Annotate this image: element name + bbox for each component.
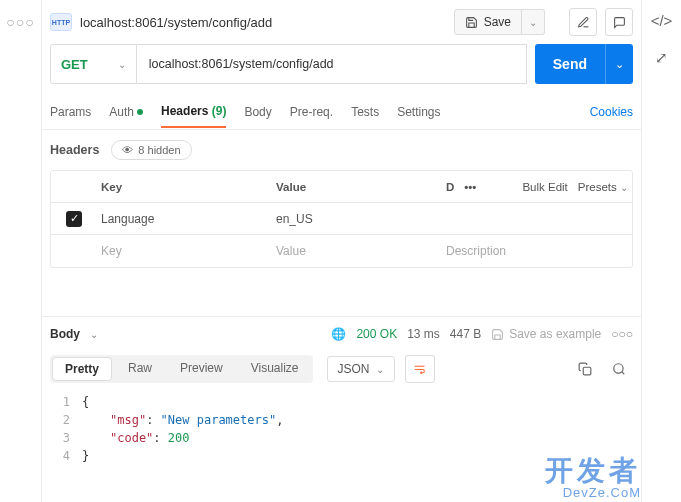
tab-body[interactable]: Body (244, 97, 271, 127)
status-code: 200 OK (356, 327, 397, 341)
svg-point-2 (614, 364, 623, 373)
save-button[interactable]: Save (454, 9, 522, 35)
code-icon[interactable]: </> (651, 12, 673, 29)
row-checkbox[interactable]: ✓ (66, 211, 82, 227)
wrap-icon (412, 363, 427, 376)
format-select[interactable]: JSON ⌄ (327, 356, 395, 382)
response-time: 13 ms (407, 327, 440, 341)
pencil-icon (577, 16, 590, 29)
floppy-icon (491, 328, 504, 341)
more-icon[interactable]: ○○○ (611, 327, 633, 341)
presets-dropdown[interactable]: Presets ⌄ (578, 181, 628, 193)
edit-button[interactable] (569, 8, 597, 36)
chevron-down-icon: ⌄ (376, 364, 384, 375)
save-dropdown[interactable]: ⌄ (522, 9, 545, 35)
response-view-tabs: Pretty Raw Preview Visualize JSON ⌄ (42, 351, 641, 391)
view-preview[interactable]: Preview (166, 355, 237, 383)
method-select[interactable]: GET ⌄ (50, 44, 137, 84)
topbar: HTTP localhost:8061/system/config/add Sa… (42, 0, 641, 44)
tab-settings[interactable]: Settings (397, 97, 440, 127)
hidden-toggle[interactable]: 👁 8 hidden (111, 140, 191, 160)
hidden-count: 8 hidden (138, 144, 180, 156)
view-pretty[interactable]: Pretty (52, 357, 112, 381)
header-value-cell[interactable]: en_US (272, 212, 442, 226)
left-rail: ○○○ (0, 0, 42, 502)
copy-icon (578, 362, 592, 376)
table-row: ✓ Language en_US (51, 203, 632, 235)
search-button[interactable] (605, 355, 633, 383)
send-button[interactable]: Send (535, 44, 605, 84)
request-title: localhost:8061/system/config/add (80, 15, 446, 30)
headers-section-title-row: Headers 👁 8 hidden (42, 130, 641, 170)
col-desc: D (446, 181, 454, 193)
tab-tests[interactable]: Tests (351, 97, 379, 127)
tab-prereq[interactable]: Pre-req. (290, 97, 333, 127)
expand-icon[interactable]: ⤢ (655, 49, 668, 67)
send-dropdown[interactable]: ⌄ (605, 44, 633, 84)
comment-icon (613, 16, 626, 29)
http-icon: HTTP (50, 13, 72, 31)
right-rail: </> ⤢ (641, 0, 681, 502)
wrap-lines-button[interactable] (405, 355, 435, 383)
tab-headers[interactable]: Headers (9) (161, 96, 226, 128)
view-raw[interactable]: Raw (114, 355, 166, 383)
col-value: Value (272, 181, 442, 193)
chevron-down-icon[interactable]: ⌄ (90, 329, 98, 340)
new-key-input[interactable]: Key (97, 244, 272, 258)
table-row-new: Key Value Description (51, 235, 632, 267)
cookies-link[interactable]: Cookies (590, 105, 633, 119)
chevron-down-icon: ⌄ (118, 59, 126, 70)
url-input[interactable]: localhost:8061/system/config/add (137, 44, 527, 84)
response-body-tab[interactable]: Body (50, 327, 80, 341)
table-header-row: Key Value D ••• Bulk Edit Presets ⌄ (51, 171, 632, 203)
copy-button[interactable] (571, 355, 599, 383)
method-label: GET (61, 57, 88, 72)
tab-params[interactable]: Params (50, 97, 91, 127)
auth-indicator-icon (137, 109, 143, 115)
response-size: 447 B (450, 327, 481, 341)
bulk-edit-link[interactable]: Bulk Edit (522, 181, 567, 193)
floppy-icon (465, 16, 478, 29)
eye-icon: 👁 (122, 144, 133, 156)
svg-line-3 (622, 372, 625, 375)
more-icon[interactable]: ○○○ (6, 14, 34, 30)
request-tabs: Params Auth Headers (9) Body Pre-req. Te… (42, 94, 641, 130)
send-group: Send ⌄ (535, 44, 633, 84)
comment-button[interactable] (605, 8, 633, 36)
more-icon[interactable]: ••• (464, 181, 476, 193)
tab-auth[interactable]: Auth (109, 97, 143, 127)
search-icon (612, 362, 626, 376)
save-as-example[interactable]: Save as example (491, 327, 601, 341)
globe-icon[interactable]: 🌐 (331, 327, 346, 341)
headers-table: Key Value D ••• Bulk Edit Presets ⌄ ✓ La… (50, 170, 633, 268)
headers-section-title: Headers (50, 143, 99, 157)
col-key: Key (97, 181, 272, 193)
new-desc-input[interactable]: Description (442, 244, 632, 258)
request-bar: GET ⌄ localhost:8061/system/config/add S… (42, 44, 641, 94)
chevron-down-icon: ⌄ (620, 182, 628, 193)
chevron-down-icon: ⌄ (529, 17, 537, 28)
save-button-group: Save ⌄ (454, 9, 545, 35)
view-mode-pill: Pretty Raw Preview Visualize (50, 355, 313, 383)
header-key-cell[interactable]: Language (97, 212, 272, 226)
chevron-down-icon: ⌄ (615, 58, 624, 71)
new-value-input[interactable]: Value (272, 244, 442, 258)
response-status-bar: Body ⌄ 🌐 200 OK 13 ms 447 B Save as exam… (42, 317, 641, 351)
main: HTTP localhost:8061/system/config/add Sa… (42, 0, 641, 502)
svg-rect-1 (583, 367, 591, 375)
view-visualize[interactable]: Visualize (237, 355, 313, 383)
response-body[interactable]: 1{2"msg": "New parameters",3"code": 2004… (42, 391, 641, 473)
save-label: Save (484, 15, 511, 29)
